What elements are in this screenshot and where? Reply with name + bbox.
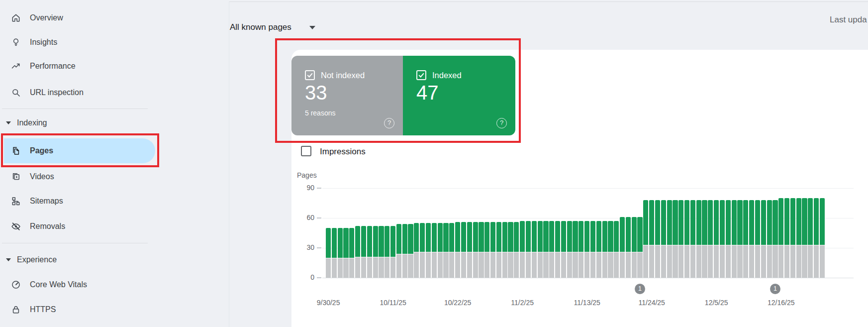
- stacked-bar: [761, 200, 766, 278]
- indexed-bar-segment: [484, 222, 489, 252]
- indexed-bar-segment: [473, 222, 478, 252]
- not-indexed-bar-segment: [702, 245, 707, 278]
- stacked-bar: [555, 221, 560, 278]
- indexed-bar-segment: [579, 221, 583, 252]
- not-indexed-bar-segment: [808, 245, 813, 278]
- not-indexed-bar-segment: [749, 245, 754, 278]
- stacked-bar: [573, 221, 578, 278]
- stacked-bar: [461, 222, 466, 278]
- stacked-bar: [526, 221, 531, 278]
- indexed-bar-segment: [426, 223, 431, 252]
- y-axis-tick-label: 30: [294, 243, 314, 251]
- not-indexed-bar-segment: [761, 245, 766, 278]
- indexed-bar-segment: [367, 226, 372, 257]
- stacked-bar: [443, 223, 448, 278]
- indexed-bar-segment: [402, 224, 407, 254]
- stacked-bar: [655, 200, 660, 278]
- stacked-bar: [620, 217, 625, 278]
- indexed-bar-segment: [573, 221, 578, 252]
- chart-annotation-marker[interactable]: 1: [635, 284, 645, 294]
- not-indexed-bar-segment: [596, 252, 601, 278]
- indexed-bar-segment: [696, 200, 701, 245]
- indexed-bar-segment: [420, 223, 425, 252]
- stacked-bar: [379, 226, 384, 278]
- stacked-bar: [649, 200, 654, 278]
- not-indexed-bar-segment: [684, 245, 689, 278]
- stacked-bar: [373, 226, 378, 278]
- x-axis-tick-label: 11/24/25: [629, 299, 674, 307]
- not-indexed-bar-segment: [467, 252, 472, 278]
- not-indexed-bar-segment: [690, 245, 695, 278]
- indexed-bar-segment: [678, 200, 683, 245]
- indexed-bar-segment: [755, 200, 760, 245]
- indexed-bar-segment: [620, 217, 625, 252]
- not-indexed-bar-segment: [390, 257, 395, 278]
- not-indexed-bar-segment: [614, 252, 619, 278]
- not-indexed-bar-segment: [379, 257, 384, 278]
- stacked-bar: [790, 198, 795, 278]
- stacked-bar: [643, 200, 648, 278]
- stacked-bar: [479, 222, 483, 278]
- x-axis-tick-label: 11/13/25: [565, 299, 609, 307]
- indexed-bar-segment: [467, 222, 472, 252]
- indexed-bar-segment: [808, 198, 813, 245]
- indexed-bar-segment: [396, 224, 401, 254]
- not-indexed-bar-segment: [814, 245, 819, 278]
- not-indexed-bar-segment: [802, 245, 807, 278]
- not-indexed-bar-segment: [667, 245, 672, 278]
- indexed-bar-segment: [743, 200, 748, 245]
- stacked-bar: [543, 221, 548, 278]
- not-indexed-bar-segment: [538, 252, 543, 278]
- not-indexed-bar-segment: [355, 257, 360, 278]
- not-indexed-bar-segment: [620, 252, 625, 278]
- stacked-bar: [702, 200, 707, 278]
- stacked-bar: [538, 221, 543, 278]
- indexed-bar-segment: [608, 221, 613, 252]
- not-indexed-bar-segment: [755, 245, 760, 278]
- x-axis-tick-label: 10/11/25: [371, 299, 415, 307]
- stacked-bar: [678, 200, 683, 278]
- not-indexed-bar-segment: [820, 245, 825, 278]
- indexed-bar-segment: [526, 221, 531, 252]
- stacked-bar: [632, 217, 637, 278]
- indexed-bar-segment: [726, 200, 731, 245]
- indexed-bar-segment: [767, 200, 772, 245]
- indexed-bar-segment: [385, 226, 389, 257]
- not-indexed-bar-segment: [420, 252, 425, 278]
- stacked-bar: [608, 221, 613, 278]
- not-indexed-bar-segment: [743, 245, 748, 278]
- sidebar-item-pages[interactable]: Pages: [0, 141, 219, 161]
- stacked-bar: [690, 200, 695, 278]
- chart-annotation-marker[interactable]: 1: [770, 284, 780, 294]
- indexed-bar-segment: [508, 222, 513, 252]
- indexed-bar-segment: [567, 221, 572, 252]
- not-indexed-bar-segment: [643, 245, 648, 278]
- indexed-bar-segment: [432, 223, 437, 252]
- not-indexed-bar-segment: [326, 258, 331, 278]
- not-indexed-bar-segment: [414, 252, 419, 278]
- stacked-bar: [532, 221, 537, 278]
- sidebar-item-label: Pages: [30, 146, 53, 155]
- stacked-bar: [767, 200, 772, 278]
- stacked-bar: [561, 221, 566, 278]
- stacked-bar: [496, 222, 501, 278]
- not-indexed-bar-segment: [637, 252, 642, 278]
- stacked-bar: [814, 198, 819, 278]
- stacked-bar: [626, 217, 631, 278]
- indexed-bar-segment: [449, 223, 454, 252]
- stacked-bar: [567, 221, 572, 278]
- not-indexed-bar-segment: [772, 245, 777, 278]
- stacked-bar: [579, 221, 583, 278]
- stacked-bar: [385, 226, 389, 278]
- stacked-bar: [602, 221, 607, 278]
- not-indexed-bar-segment: [778, 245, 783, 278]
- indexed-bar-segment: [790, 198, 795, 245]
- not-indexed-bar-segment: [696, 245, 701, 278]
- stacked-bar: [414, 223, 419, 278]
- not-indexed-bar-segment: [455, 252, 460, 278]
- not-indexed-bar-segment: [373, 257, 378, 278]
- not-indexed-bar-segment: [555, 252, 560, 278]
- indexed-bar-segment: [649, 200, 654, 245]
- not-indexed-bar-segment: [661, 245, 666, 278]
- stacked-bar: [614, 221, 619, 278]
